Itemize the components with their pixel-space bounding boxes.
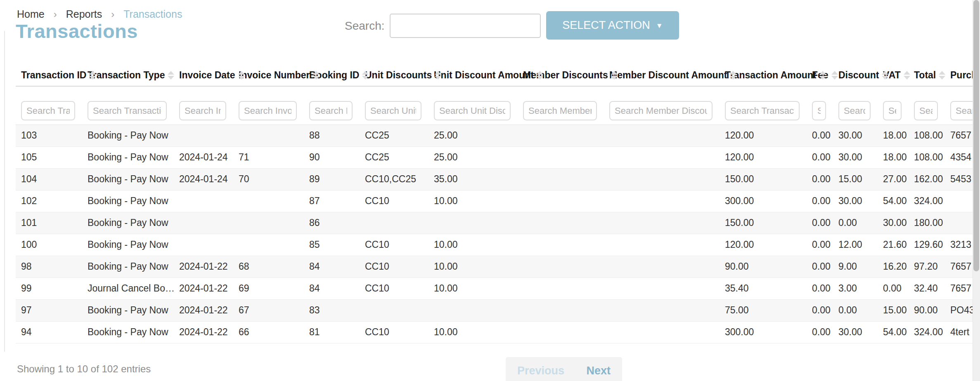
- table-cell: CC10: [365, 190, 434, 212]
- table-cell: 0.00: [812, 278, 838, 299]
- table-row[interactable]: 105Booking - Pay Now2024-01-247190CC2525…: [16, 146, 973, 168]
- column-header-member-discounts[interactable]: Member Discounts: [523, 64, 609, 86]
- filter-input-transaction-amount[interactable]: [725, 101, 800, 120]
- column-header-discount[interactable]: Discount: [838, 64, 883, 86]
- table-cell: 0.00: [812, 321, 838, 343]
- chevron-down-icon: ▼: [656, 22, 663, 30]
- table-cell: 0.00: [838, 299, 883, 321]
- column-header-label: Member Discounts: [523, 70, 608, 80]
- table-cell: 180.00: [914, 212, 950, 234]
- filter-input-unit-discount-amount[interactable]: [434, 101, 511, 120]
- table-cell: 18.00: [883, 125, 914, 146]
- pagination: Previous Next: [506, 357, 622, 381]
- table-row[interactable]: 98Booking - Pay Now2024-01-226884CC1010.…: [16, 256, 973, 278]
- table-cell: 35.00: [434, 168, 523, 190]
- filter-input-member-discounts[interactable]: [523, 101, 597, 120]
- table-row[interactable]: 99Journal Cancel Bo…2024-01-226984CC1010…: [16, 278, 973, 299]
- breadcrumb-home[interactable]: Home: [17, 8, 45, 20]
- previous-page-button[interactable]: Previous: [517, 365, 564, 377]
- filter-cell: [609, 86, 725, 125]
- table-cell: [239, 125, 309, 146]
- table-row[interactable]: 103Booking - Pay Now88CC2525.00120.000.0…: [16, 125, 973, 146]
- table-cell: 81: [309, 321, 365, 343]
- column-header-purchase[interactable]: Purchase: [950, 64, 973, 86]
- table-cell: 324.00: [914, 321, 950, 343]
- search-label: Search:: [345, 19, 385, 33]
- filter-input-discount[interactable]: [838, 101, 871, 120]
- select-action-button[interactable]: SELECT ACTION ▼: [546, 11, 679, 40]
- table-cell: [609, 125, 725, 146]
- table-cell: 108.00: [914, 146, 950, 168]
- table-row[interactable]: 104Booking - Pay Now2024-01-247089CC10,C…: [16, 168, 973, 190]
- column-header-unit-discount-amount[interactable]: Unit Discount Amount: [434, 64, 523, 86]
- table-cell: 94: [16, 321, 88, 343]
- table-cell: 25.00: [434, 146, 523, 168]
- column-header-label: Transaction Amount: [725, 70, 817, 80]
- table-cell: 97: [16, 299, 88, 321]
- column-header-unit-discounts[interactable]: Unit Discounts: [365, 64, 434, 86]
- filter-input-transaction-type[interactable]: [88, 101, 167, 120]
- filter-input-invoice-date[interactable]: [179, 101, 226, 120]
- table-cell: 27.00: [883, 168, 914, 190]
- table-cell: 3213: [950, 234, 973, 256]
- table-cell: 103: [16, 125, 88, 146]
- table-row[interactable]: 102Booking - Pay Now87CC1010.00300.000.0…: [16, 190, 973, 212]
- table-cell: [609, 278, 725, 299]
- filter-input-purchase[interactable]: [950, 101, 973, 120]
- table-cell: [179, 125, 239, 146]
- sort-icon: [313, 71, 320, 80]
- column-header-transaction-amount[interactable]: Transaction Amount: [725, 64, 812, 86]
- table-row[interactable]: 94Booking - Pay Now2024-01-226681CC1010.…: [16, 321, 973, 343]
- filter-input-transaction-id[interactable]: [21, 101, 75, 120]
- table-row[interactable]: 97Booking - Pay Now2024-01-22678375.000.…: [16, 299, 973, 321]
- table-cell: [609, 299, 725, 321]
- column-header-total[interactable]: Total: [914, 64, 950, 86]
- table-cell: [609, 212, 725, 234]
- filter-input-total[interactable]: [914, 101, 938, 120]
- filter-cell: [725, 86, 812, 125]
- table-cell: 30.00: [838, 190, 883, 212]
- table-cell: 10.00: [434, 190, 523, 212]
- filter-cell: [239, 86, 309, 125]
- filter-input-vat[interactable]: [883, 101, 902, 120]
- filter-cell: [883, 86, 914, 125]
- table-cell: 100: [16, 234, 88, 256]
- table-cell: [609, 256, 725, 278]
- column-header-label: Unit Discount Amount: [434, 70, 534, 80]
- table-cell: 7657: [950, 256, 973, 278]
- column-header-label: Member Discount Amount: [609, 70, 727, 80]
- table-cell: 129.60: [914, 234, 950, 256]
- vertical-scrollbar-thumb[interactable]: [973, 0, 979, 271]
- table-cell: 7657: [950, 278, 973, 299]
- table-cell: 97.20: [914, 256, 950, 278]
- sort-icon: [238, 71, 245, 80]
- column-header-transaction-id[interactable]: Transaction ID: [16, 64, 88, 86]
- table-cell: 88: [309, 125, 365, 146]
- filter-input-invoice-number[interactable]: [239, 101, 297, 120]
- table-cell: 324.00: [914, 190, 950, 212]
- column-header-member-discount-amount[interactable]: Member Discount Amount: [609, 64, 725, 86]
- table-row[interactable]: 100Booking - Pay Now85CC1010.00120.000.0…: [16, 234, 973, 256]
- table-cell: 0.00: [838, 212, 883, 234]
- filter-cell: [309, 86, 365, 125]
- breadcrumb: Home › Reports › Transactions: [17, 8, 182, 20]
- table-cell: 30.00: [838, 146, 883, 168]
- table-cell: 89: [309, 168, 365, 190]
- table-cell: 2024-01-22: [179, 256, 239, 278]
- filter-input-member-discount-amount[interactable]: [609, 101, 713, 120]
- breadcrumb-transactions[interactable]: Transactions: [123, 8, 182, 20]
- table-row[interactable]: 101Booking - Pay Now86150.000.000.0030.0…: [16, 212, 973, 234]
- next-page-button[interactable]: Next: [586, 365, 611, 377]
- column-header-invoice-date[interactable]: Invoice Date: [179, 64, 239, 86]
- table-cell: 0.00: [812, 146, 838, 168]
- search-input[interactable]: [390, 14, 541, 38]
- sort-icon: [168, 71, 175, 80]
- filter-input-booking-id[interactable]: [309, 101, 353, 120]
- table-cell: [434, 212, 523, 234]
- table-cell: 10.00: [434, 321, 523, 343]
- column-header-transaction-type[interactable]: Transaction Type: [88, 64, 179, 86]
- filter-input-fee[interactable]: [812, 101, 826, 120]
- filter-input-unit-discounts[interactable]: [365, 101, 421, 120]
- column-header-invoice-number[interactable]: Invoice Number: [239, 64, 309, 86]
- breadcrumb-reports[interactable]: Reports: [66, 8, 102, 20]
